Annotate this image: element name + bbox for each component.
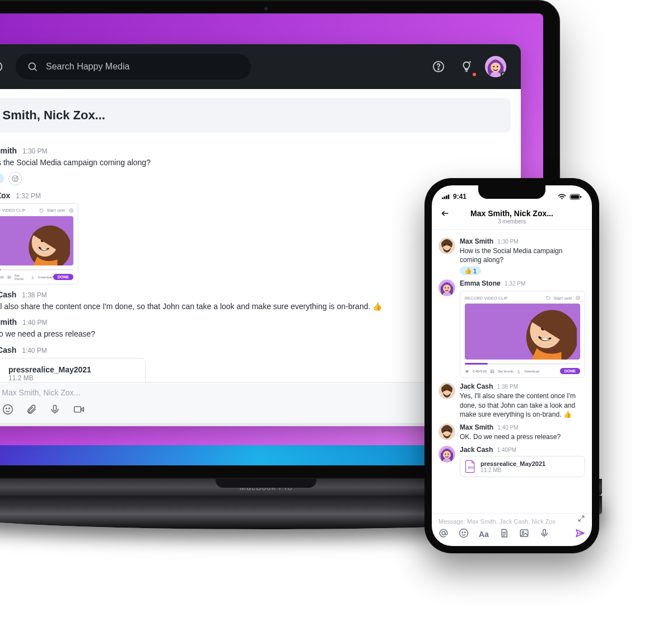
clip-setthumb[interactable]: Set thumb: [498, 370, 513, 373]
svg-line-13: [35, 69, 37, 71]
message: Max Smith 1:30 PM How is the Social Medi…: [0, 146, 508, 185]
search-input[interactable]: Search Happy Media: [16, 54, 251, 80]
message-time: 1:40 PM: [22, 319, 48, 327]
file-attachment[interactable]: pressrealice_May2021 11.2 MB: [460, 456, 585, 477]
help-icon[interactable]: [429, 57, 448, 76]
video-icon[interactable]: [73, 404, 85, 415]
user-menu-avatar[interactable]: [485, 56, 506, 77]
document-icon[interactable]: [499, 528, 509, 540]
message: Max Smith 1:40 PM OK. Do we need a press…: [438, 423, 585, 441]
svg-rect-33: [74, 407, 81, 412]
clip-timer: 0:40/3:00: [473, 370, 487, 373]
clip-preview-image: [0, 216, 73, 265]
svg-rect-40: [571, 195, 579, 198]
message-body: OK. Do we need a press release?: [460, 432, 585, 441]
image-icon[interactable]: [7, 275, 11, 279]
message-author[interactable]: Max Smith: [0, 146, 17, 155]
clip-done-button[interactable]: DONE: [53, 274, 73, 280]
message-author[interactable]: Jack Cash: [460, 383, 493, 390]
close-icon[interactable]: [69, 208, 73, 213]
avatar[interactable]: [438, 446, 455, 463]
clip-progress-bar[interactable]: [465, 363, 580, 365]
microphone-icon[interactable]: [49, 404, 60, 415]
message-time: 1:40PM: [497, 447, 516, 453]
file-name: pressrealice_May2021: [480, 460, 545, 467]
message-author[interactable]: Max Smith: [0, 318, 17, 327]
video-clip-card[interactable]: RECORD VIDEO CLIP Start over: [0, 203, 78, 284]
message-author[interactable]: Max Smith: [460, 237, 493, 245]
clip-startover[interactable]: Start over: [47, 208, 66, 212]
reaction-thumbsup[interactable]: 👍 1: [460, 267, 481, 275]
message-author[interactable]: Jack Cash: [460, 446, 493, 454]
message-time: 1:38 PM: [497, 384, 518, 390]
message-time: 1:40 PM: [497, 425, 518, 431]
svg-point-31: [9, 408, 10, 409]
send-icon[interactable]: [575, 528, 585, 540]
file-name: pressrealice_May2021: [8, 365, 91, 374]
image-icon[interactable]: [490, 369, 494, 374]
text-format-icon[interactable]: Aa: [479, 530, 489, 539]
clip-download[interactable]: Download: [38, 276, 53, 279]
clip-timer: 0:40/3:00: [0, 276, 4, 279]
attachment-icon[interactable]: [26, 404, 37, 415]
message-author[interactable]: Emma Stone: [460, 279, 501, 287]
clip-startover[interactable]: Start over: [554, 296, 572, 300]
back-icon[interactable]: [440, 208, 451, 221]
clip-download[interactable]: Download: [524, 370, 539, 373]
history-icon[interactable]: [0, 57, 7, 76]
file-size: 11.2 MB: [480, 467, 545, 473]
avatar[interactable]: [438, 423, 455, 440]
message-author[interactable]: Jack Cash: [0, 346, 16, 355]
svg-rect-32: [54, 405, 57, 411]
message-author[interactable]: Jack Cash: [0, 290, 16, 299]
video-clip-card[interactable]: RECORD VIDEO CLIP Start over: [460, 291, 585, 378]
phone-subtitle: 3 members: [470, 218, 553, 225]
presence-online-icon: [501, 72, 506, 77]
svg-rect-35: [442, 198, 444, 199]
notification-dot-icon: [472, 72, 477, 77]
avatar[interactable]: [438, 383, 455, 399]
message-body: How is the Social Media campaign coming …: [0, 157, 508, 169]
file-attachment[interactable]: pressrealice_May2021 11.2 MB: [0, 358, 146, 382]
svg-point-12: [29, 63, 35, 69]
download-icon[interactable]: [516, 369, 521, 374]
app-header: Search Happy Media: [0, 44, 521, 89]
restart-icon[interactable]: [546, 296, 550, 300]
reaction-thumbsup[interactable]: 👍 1: [0, 173, 4, 184]
pause-icon[interactable]: [465, 369, 469, 374]
svg-point-53: [460, 529, 468, 538]
message-author[interactable]: Nick Zox: [0, 191, 10, 200]
svg-rect-36: [444, 197, 446, 199]
composer-input[interactable]: Message: Max Smith, Jack Cash, Nick Zox: [438, 517, 585, 528]
expand-icon[interactable]: [577, 515, 585, 524]
restart-icon[interactable]: [39, 208, 44, 213]
clip-setthumb[interactable]: Set thumb: [15, 274, 27, 281]
svg-point-29: [3, 405, 13, 414]
svg-point-18: [16, 178, 16, 178]
download-icon[interactable]: [31, 275, 35, 279]
emoji-icon[interactable]: [459, 528, 469, 540]
avatar[interactable]: [438, 279, 455, 296]
message-time: 1:32 PM: [16, 192, 41, 200]
ideas-icon[interactable]: [457, 57, 476, 76]
clip-done-button[interactable]: DONE: [560, 368, 580, 374]
message-author[interactable]: Max Smith: [460, 423, 493, 431]
svg-rect-37: [446, 195, 447, 199]
message-time: 1:32 PM: [505, 281, 525, 287]
svg-point-55: [465, 532, 466, 533]
svg-rect-46: [466, 370, 466, 373]
svg-rect-41: [580, 195, 581, 198]
image-icon[interactable]: [519, 528, 529, 540]
avatar[interactable]: [438, 237, 455, 254]
svg-line-50: [582, 516, 584, 518]
channel-title[interactable]: ax Smith, Nick Zox...: [0, 98, 511, 133]
phone-message-list[interactable]: Max Smith 1:30 PM How is the Social Medi…: [432, 230, 592, 513]
laptop-camera: [264, 7, 268, 11]
microphone-icon[interactable]: [539, 528, 549, 540]
add-reaction-icon[interactable]: [8, 172, 22, 185]
clip-progress-bar[interactable]: [0, 269, 73, 270]
phone-title[interactable]: Max Smith, Nick Zox...: [470, 209, 553, 218]
emoji-icon[interactable]: [2, 404, 13, 415]
close-icon[interactable]: [576, 296, 580, 300]
mention-icon[interactable]: [438, 528, 449, 540]
